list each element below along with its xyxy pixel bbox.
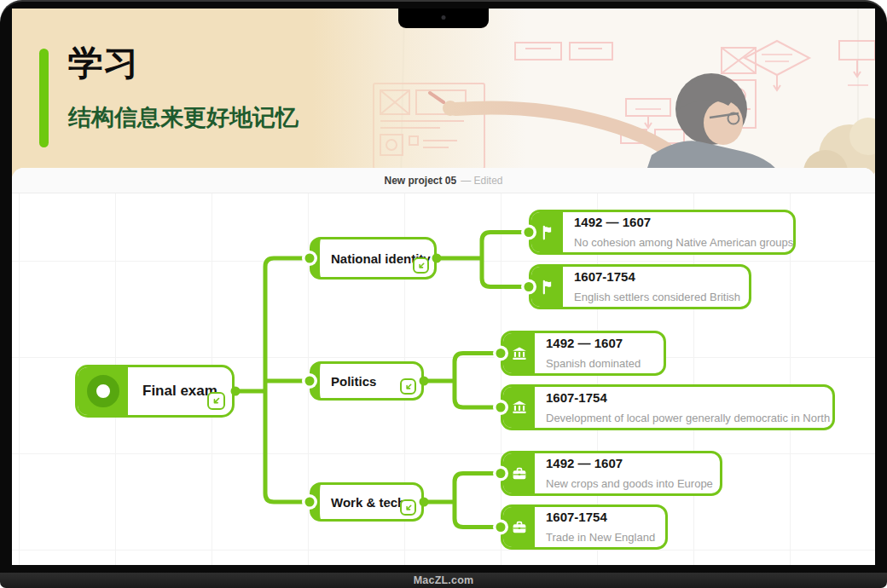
laptop-frame: 学习 结构信息来更好地记忆 New project 05 — Edited	[0, 0, 887, 588]
fold-button[interactable]	[400, 378, 416, 395]
donut-target-icon	[87, 375, 119, 407]
fold-button[interactable]	[207, 392, 225, 410]
leaf-body: 1607-1754 Trade in New England	[535, 507, 665, 547]
node-flag-1492[interactable]: 1492 — 1607 No cohesion among Native Ame…	[529, 210, 796, 255]
leaf-iconbox	[503, 507, 535, 547]
header-banner: 学习 结构信息来更好地记忆	[12, 9, 875, 181]
leaf-period: 1492 — 1607	[546, 336, 653, 352]
flag-icon	[539, 279, 556, 296]
leaf-note: New crops and goods into Europe	[546, 477, 710, 491]
leaf-note: Trade in New England	[546, 531, 655, 545]
camera-dot	[442, 15, 446, 20]
branch-label: Work & tech	[331, 495, 405, 510]
leaf-note: English settlers considered British	[574, 291, 739, 304]
laptop-base-bar: MacZL.com	[0, 573, 887, 588]
bank-icon	[511, 399, 528, 416]
window-titlebar[interactable]: New project 05 — Edited	[12, 168, 875, 193]
mindmap-canvas[interactable]: Final exam National identity	[12, 193, 875, 565]
leaf-iconbox	[503, 387, 535, 428]
mindmap-nodes: Final exam National identity	[12, 193, 875, 565]
leaf-period: 1492 — 1607	[546, 456, 710, 472]
briefcase-icon	[511, 519, 528, 536]
laptop-notch	[398, 9, 489, 28]
document-window: New project 05 — Edited	[12, 168, 875, 565]
fold-button[interactable]	[413, 257, 429, 274]
node-case-1492[interactable]: 1492 — 1607 New crops and goods into Eur…	[501, 451, 722, 496]
document-edited-status: — Edited	[461, 175, 502, 187]
leaf-period: 1607-1754	[546, 510, 655, 526]
node-bank-1607[interactable]: 1607-1754 Development of local power gen…	[501, 384, 835, 430]
header-accent-bar	[39, 49, 49, 147]
node-politics[interactable]: Politics	[310, 361, 424, 401]
leaf-iconbox	[531, 267, 563, 307]
leaf-period: 1607-1754	[546, 390, 822, 406]
fold-arrow-icon	[416, 261, 426, 271]
leaf-period: 1492 — 1607	[574, 215, 783, 231]
leaf-iconbox	[503, 333, 535, 373]
node-bank-1492[interactable]: 1492 — 1607 Spanish dominated	[501, 331, 666, 376]
leaf-note: No cohesion among Native American groups	[574, 236, 783, 250]
brand-watermark: MacZL.com	[414, 574, 474, 586]
root-iconbox	[78, 367, 128, 415]
leaf-body: 1607-1754 Development of local power gen…	[535, 387, 832, 428]
bank-icon	[511, 345, 528, 362]
node-work-tech[interactable]: Work & tech	[310, 482, 424, 522]
fold-button[interactable]	[400, 499, 416, 516]
leaf-iconbox	[531, 212, 563, 252]
leaf-note: Spanish dominated	[546, 357, 653, 371]
fold-arrow-icon	[403, 382, 414, 392]
node-final-exam[interactable]: Final exam	[75, 365, 235, 418]
briefcase-icon	[511, 465, 528, 482]
leaf-period: 1607-1754	[574, 269, 739, 285]
leaf-body: 1492 — 1607 Spanish dominated	[535, 333, 664, 373]
leaf-body: 1607-1754 English settlers considered Br…	[563, 267, 749, 307]
node-case-1607[interactable]: 1607-1754 Trade in New England	[501, 504, 668, 550]
laptop-bezel: 学习 结构信息来更好地记忆 New project 05 — Edited	[0, 0, 887, 573]
fold-arrow-icon	[211, 395, 222, 406]
header-title: 学习	[68, 43, 138, 84]
leaf-body: 1492 — 1607 No cohesion among Native Ame…	[563, 212, 793, 252]
branch-label: Politics	[331, 374, 376, 389]
node-national-identity[interactable]: National identity	[310, 237, 437, 280]
photo-fade-overlay	[312, 9, 875, 181]
fold-arrow-icon	[403, 503, 414, 513]
header-subtitle: 结构信息来更好地记忆	[68, 104, 299, 131]
document-title: New project 05	[384, 175, 456, 187]
leaf-body: 1492 — 1607 New crops and goods into Eur…	[535, 453, 720, 493]
node-flag-1607[interactable]: 1607-1754 English settlers considered Br…	[529, 264, 751, 309]
leaf-iconbox	[503, 453, 535, 493]
screen: 学习 结构信息来更好地记忆 New project 05 — Edited	[12, 9, 875, 565]
leaf-note: Development of local power generally dem…	[546, 412, 822, 425]
flag-icon	[539, 224, 556, 241]
